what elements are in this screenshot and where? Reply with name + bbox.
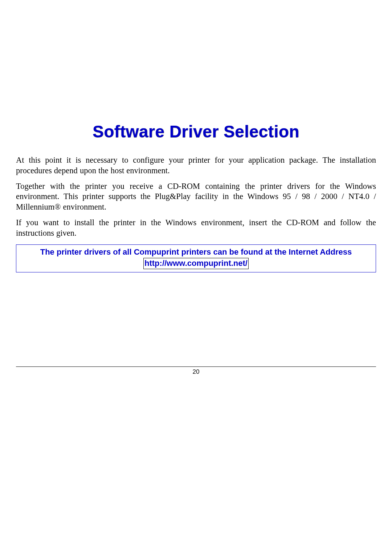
footer-rule [16,366,376,367]
paragraph-1: At this point it is necessary to configu… [16,155,376,176]
notice-text: The printer drivers of all Compuprint pr… [19,247,373,258]
page-title: Software Driver Selection [16,122,376,141]
page-number: 20 [0,368,392,376]
paragraph-3: If you want to install the printer in th… [16,218,376,239]
notice-box: The printer drivers of all Compuprint pr… [16,244,376,272]
notice-link[interactable]: http://www.compuprint.net/ [143,258,249,269]
paragraph-2: Together with the printer you receive a … [16,181,376,212]
document-page: Software Driver Selection At this point … [0,0,392,272]
